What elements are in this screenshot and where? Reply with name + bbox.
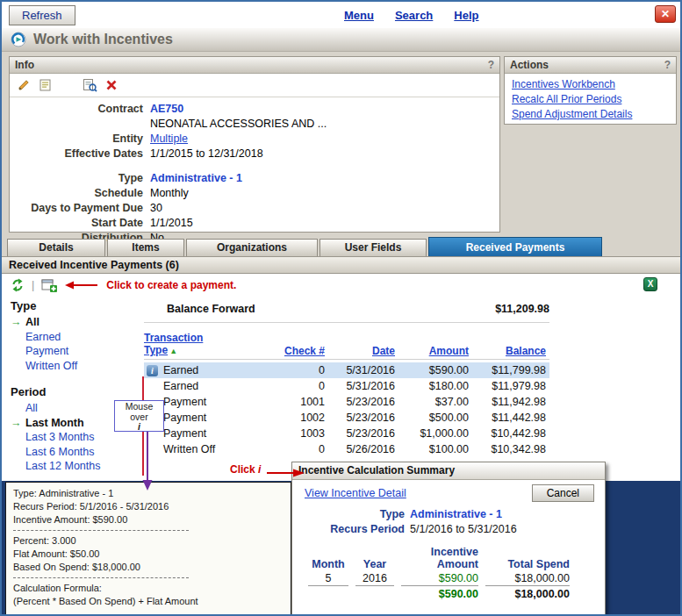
section-title: Received Incentive Payments (6) — [2, 256, 680, 274]
tooltip-line: Calculation Formula: — [13, 582, 284, 595]
top-bar: Refresh Menu Search Help ✕ — [2, 2, 680, 28]
help-icon[interactable]: ? — [488, 59, 494, 71]
filter-label: Payment — [25, 344, 68, 359]
column-header-transaction-type[interactable]: Transaction Type▲ — [144, 332, 262, 357]
table-row[interactable]: Payment 1001 5/23/2016 $37.00 $11,942.98 — [144, 394, 549, 410]
calc-panel-title: Incentive Calculation Summary — [292, 462, 605, 480]
filter-type-earned[interactable]: Earned — [11, 330, 142, 345]
cell-amount: $180.00 — [395, 380, 469, 392]
column-header-label: Transaction — [144, 332, 203, 344]
column-header-balance[interactable]: Balance — [469, 345, 546, 357]
notes-icon[interactable] — [39, 78, 52, 92]
annotation-line: Mouse — [115, 402, 163, 412]
filter-type-written-off[interactable]: Written Off — [11, 359, 142, 374]
column-header-check[interactable]: Check # — [262, 345, 325, 357]
filter-type-all[interactable]: →All — [11, 315, 142, 330]
table-row[interactable]: Written Off 0 5/26/2016 $100.00 $10,342.… — [144, 441, 549, 457]
calc-recurs-value: 5/1/2016 to 5/31/2016 — [410, 522, 605, 537]
table-row[interactable]: Earned 0 5/31/2016 $180.00 $11,979.98 — [144, 378, 549, 394]
export-excel-icon[interactable]: X — [643, 277, 657, 291]
balance-forward-label: Balance Forward — [167, 303, 255, 315]
view-incentive-detail-link[interactable]: View Incentive Detail — [305, 487, 406, 499]
filter-period-title: Period — [11, 385, 142, 398]
cell-amount: $590.00 — [395, 364, 469, 376]
contract-value[interactable]: AE750 — [150, 102, 499, 116]
column-header-amount[interactable]: Amount — [395, 345, 469, 357]
tab-user-fields[interactable]: User Fields — [319, 239, 427, 256]
balance-forward-value: $11,209.98 — [495, 303, 549, 315]
payments-toolbar: | Click to create a payment. X — [2, 274, 680, 297]
filter-label: Written Off — [25, 359, 77, 374]
incentives-workbench-link[interactable]: Incentives Workbench — [512, 77, 669, 92]
cell-check: 0 — [262, 443, 325, 455]
delete-icon[interactable] — [105, 79, 118, 91]
create-payment-icon[interactable] — [41, 278, 57, 293]
cell-type: Payment — [163, 396, 262, 408]
filter-period-last-12-months[interactable]: Last 12 Months — [11, 459, 142, 474]
cell-check: 0 — [262, 380, 325, 392]
cell-check: 1003 — [262, 427, 325, 440]
filter-period-last-6-months[interactable]: Last 6 Months — [11, 445, 142, 460]
incentive-calculation-summary-panel: Incentive Calculation Summary View Incen… — [291, 462, 606, 616]
calc-total-incentive-amount: $590.00 — [401, 586, 478, 600]
cell-amount: $100.00 — [395, 443, 469, 455]
table-row[interactable]: Payment 1003 5/23/2016 $1,000.00 $10,442… — [144, 426, 549, 441]
active-filter-arrow-icon: → — [11, 315, 25, 330]
actions-panel-header: Actions ? — [505, 57, 676, 74]
audit-icon[interactable] — [83, 78, 97, 92]
incentive-tooltip: Type: Administrative - 1 Recurs Period: … — [5, 482, 291, 616]
app-logo-icon — [11, 32, 26, 47]
calc-cell-incentive-amount[interactable]: $590.00 — [401, 570, 478, 586]
menu-link[interactable]: Menu — [344, 9, 374, 22]
field-label: Contract — [10, 102, 143, 116]
table-row[interactable]: i Earned 0 5/31/2016 $590.00 $11,799.98 — [144, 362, 549, 378]
calc-cell-total-spend: $18,000.00 — [485, 570, 570, 586]
filter-label: Last 3 Months — [25, 430, 95, 445]
info-icon[interactable]: i — [147, 365, 158, 376]
filter-label: All — [25, 401, 38, 416]
tab-bar: Details Items Organizations User Fields … — [7, 237, 604, 256]
create-payment-annotation: Click to create a payment. — [106, 279, 236, 291]
filter-label: Last 12 Months — [25, 459, 100, 474]
cell-date: 5/23/2016 — [325, 412, 395, 424]
search-link[interactable]: Search — [395, 9, 433, 22]
filter-type-payment[interactable]: Payment — [11, 344, 142, 359]
refresh-button[interactable]: Refresh — [9, 5, 75, 25]
tab-received-payments[interactable]: Received Payments — [428, 237, 602, 256]
edit-icon[interactable] — [17, 78, 31, 92]
cancel-button[interactable]: Cancel — [532, 484, 594, 502]
help-icon[interactable]: ? — [664, 59, 671, 71]
entity-link[interactable]: Multiple — [150, 133, 188, 145]
cell-balance: $10,442.98 — [469, 427, 546, 440]
annotation-line: i — [115, 422, 163, 433]
tab-details[interactable]: Details — [7, 239, 105, 256]
refresh-list-icon[interactable] — [11, 278, 25, 292]
calc-type-label: Type — [292, 507, 405, 522]
spend-adjustment-details-link[interactable]: Spend Adjustment Details — [512, 107, 669, 122]
calc-cell-month: 5 — [308, 570, 348, 586]
recalc-all-prior-periods-link[interactable]: Recalc All Prior Periods — [512, 92, 669, 107]
tab-organizations[interactable]: Organizations — [186, 239, 318, 256]
start-date-value: 1/1/2015 — [150, 216, 499, 230]
column-header-label: Type — [144, 344, 168, 356]
column-header-date[interactable]: Date — [325, 345, 395, 357]
calc-summary-table: Month Year IncentiveAmount Total Spend 5… — [308, 546, 605, 600]
tab-items[interactable]: Items — [107, 239, 184, 256]
cell-type: Payment — [163, 427, 262, 440]
table-row[interactable]: Payment 1002 5/23/2016 $500.00 $11,442.9… — [144, 410, 549, 426]
table-header-row: Transaction Type▲ Check # Date Amount Ba… — [144, 332, 549, 360]
actions-panel-title: Actions — [510, 59, 549, 71]
cell-check: 1001 — [262, 396, 325, 408]
cell-check: 1002 — [262, 412, 325, 424]
type-value[interactable]: Administrative - 1 — [150, 171, 499, 185]
tooltip-line: Recurs Period: 5/1/2016 - 5/31/2016 — [13, 500, 284, 513]
mouse-over-annotation: Mouse over i — [114, 400, 164, 432]
info-panel-title: Info — [15, 59, 34, 71]
field-label: Type — [10, 171, 143, 185]
help-link[interactable]: Help — [454, 9, 478, 22]
cell-amount: $500.00 — [395, 412, 469, 424]
filter-label: Last 6 Months — [25, 445, 95, 460]
tooltip-line: Based On Spend: $18,000.00 — [13, 561, 284, 574]
close-icon[interactable]: ✕ — [655, 5, 676, 23]
cell-check: 0 — [262, 364, 325, 376]
